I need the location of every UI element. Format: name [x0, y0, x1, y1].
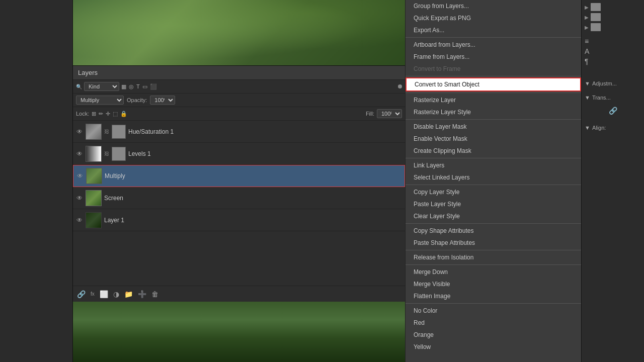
filter-toggle-dot[interactable]: [398, 84, 402, 88]
layer-name-screen: Screen: [104, 195, 123, 202]
layer-row-hue-saturation[interactable]: 👁 ⛓ Hue/Saturation 1: [73, 121, 405, 143]
chain-icon: 🔗: [585, 103, 641, 119]
transform-chevron[interactable]: ▼: [585, 95, 590, 101]
menu-separator-after-release-from-isolation: [406, 264, 581, 265]
layer-eye-hue-saturation[interactable]: 👁: [76, 128, 83, 135]
menu-separator-after-export-as: [406, 37, 581, 38]
layer-eye-layer1[interactable]: 👁: [76, 217, 83, 224]
layer-name-hue-saturation: Hue/Saturation 1: [128, 128, 174, 135]
transform-label: Trans...: [592, 95, 611, 101]
menu-item-paste-shape-attributes[interactable]: Paste Shape Attributes: [406, 237, 581, 249]
filter-pixel-icon[interactable]: ▦: [121, 83, 126, 90]
menu-item-rasterize-layer-style[interactable]: Rasterize Layer Style: [406, 106, 581, 118]
layer-row-layer1[interactable]: 👁 Layer 1: [73, 209, 405, 231]
layer-chain-levels: ⛓: [104, 151, 109, 156]
menu-item-group-from-layers[interactable]: Group from Layers...: [406, 0, 581, 12]
menu-separator-after-clear-layer-style: [406, 223, 581, 224]
align-header: ▼ Align:: [585, 123, 641, 133]
layers-title-text: Layers: [78, 69, 98, 76]
menu-separator-after-select-linked-layers: [406, 185, 581, 185]
menu-item-disable-layer-mask[interactable]: Disable Layer Mask: [406, 121, 581, 133]
blend-mode-bar: Multiply Opacity: 100%: [73, 94, 405, 107]
menu-item-copy-layer-style[interactable]: Copy Layer Style: [406, 186, 581, 198]
layers-add-icon[interactable]: ➕: [138, 290, 146, 298]
right-expand-icon-1[interactable]: ▶: [585, 5, 589, 10]
right-folder-icon-2: [591, 13, 601, 21]
menu-item-clear-layer-style[interactable]: Clear Layer Style: [406, 210, 581, 222]
menu-item-orange[interactable]: Orange: [406, 329, 581, 341]
filter-kind-select[interactable]: Kind: [84, 82, 119, 91]
lock-move-icon[interactable]: ✛: [106, 111, 110, 117]
menu-item-convert-to-smart-object[interactable]: Convert to Smart Object: [406, 77, 581, 92]
layers-adjustment-icon[interactable]: ◑: [113, 290, 119, 298]
layers-bottom-bar: 🔗 fx ⬜ ◑ 📁 ➕ 🗑: [73, 286, 405, 302]
layer-name-layer1: Layer 1: [104, 217, 124, 224]
layer-chain-hue-saturation: ⛓: [104, 129, 109, 134]
menu-item-select-linked-layers[interactable]: Select Linked Layers: [406, 171, 581, 184]
menu-separator-after-rasterize-layer-style: [406, 119, 581, 120]
lock-artboard-icon[interactable]: ⬚: [113, 111, 118, 117]
filter-adjustment-icon[interactable]: ◎: [129, 83, 134, 90]
layer-mask-levels: [112, 147, 126, 161]
layer-row-multiply[interactable]: 👁 Multiply: [73, 165, 405, 187]
layers-delete-icon[interactable]: 🗑: [151, 290, 158, 298]
menu-item-no-color[interactable]: No Color: [406, 305, 581, 317]
right-tool-icon-1[interactable]: ≡: [585, 37, 641, 45]
transform-header: ▼ Trans...: [585, 93, 641, 103]
menu-item-copy-shape-attributes[interactable]: Copy Shape Attributes: [406, 225, 581, 237]
blend-mode-select[interactable]: Multiply: [76, 96, 124, 105]
menu-separator-after-convert-to-smart-object: [406, 93, 581, 93]
menu-item-export-as[interactable]: Export As...: [406, 24, 581, 36]
layer-eye-multiply[interactable]: 👁: [76, 172, 84, 179]
right-top-icons: ▶ ▶ ▶: [582, 0, 644, 34]
menu-item-rasterize-layer[interactable]: Rasterize Layer: [406, 94, 581, 106]
right-expand-icon-3[interactable]: ▶: [585, 25, 589, 30]
layers-fx-icon[interactable]: fx: [91, 291, 95, 297]
layer-thumb-layer1: [86, 212, 102, 228]
lock-all-icon[interactable]: 🔒: [120, 111, 127, 117]
opacity-label: Opacity:: [127, 97, 147, 103]
adjustments-chevron[interactable]: ▼: [585, 80, 590, 86]
layers-mask-icon[interactable]: ⬜: [100, 290, 108, 298]
layer-row-levels[interactable]: 👁 ⛓ Levels 1: [73, 143, 405, 165]
layer-row-screen[interactable]: 👁 Screen: [73, 187, 405, 209]
left-toolbar: [0, 0, 73, 362]
layer-eye-screen[interactable]: 👁: [76, 195, 83, 202]
menu-item-merge-down[interactable]: Merge Down: [406, 266, 581, 278]
opacity-select[interactable]: 100%: [150, 96, 175, 105]
filter-type-icon[interactable]: T: [136, 83, 140, 90]
menu-item-merge-visible[interactable]: Merge Visible: [406, 278, 581, 290]
menu-separator-after-paste-shape-attributes: [406, 250, 581, 250]
menu-item-frame-from-layers[interactable]: Frame from Layers...: [406, 51, 581, 63]
menu-item-release-from-isolation[interactable]: Release from Isolation: [406, 251, 581, 263]
layer-eye-levels[interactable]: 👁: [76, 150, 83, 157]
filter-shape-icon[interactable]: ▭: [142, 83, 147, 90]
right-tool-icon-3[interactable]: ¶: [585, 57, 641, 65]
menu-item-red[interactable]: Red: [406, 317, 581, 329]
layers-folder-icon[interactable]: 📁: [124, 290, 133, 298]
menu-item-convert-to-frame: Convert to Frame: [406, 63, 581, 75]
layers-panel-title: Layers: [73, 66, 405, 80]
right-expand-icon-2[interactable]: ▶: [585, 15, 589, 20]
menu-item-artboard-from-layers[interactable]: Artboard from Layers...: [406, 39, 581, 51]
menu-item-yellow[interactable]: Yellow: [406, 341, 581, 353]
fill-select[interactable]: 100%: [377, 109, 402, 118]
layer-thumb-hue-saturation: [86, 124, 102, 140]
lock-paint-icon[interactable]: ✏: [99, 111, 103, 117]
right-icon-row-2: ▶: [585, 13, 641, 21]
lock-position-icon[interactable]: ⊞: [92, 111, 96, 117]
menu-separator-after-create-clipping-mask: [406, 158, 581, 158]
menu-item-paste-layer-style[interactable]: Paste Layer Style: [406, 198, 581, 210]
menu-item-link-layers[interactable]: Link Layers: [406, 159, 581, 171]
menu-separator-after-convert-to-frame: [406, 76, 581, 76]
menu-item-create-clipping-mask[interactable]: Create Clipping Mask: [406, 145, 581, 157]
right-tool-icon-2[interactable]: A: [585, 47, 641, 55]
menu-item-flatten-image[interactable]: Flatten Image: [406, 290, 581, 302]
filter-smartobject-icon[interactable]: ⬛: [150, 83, 157, 90]
adjustments-label: Adjustm...: [592, 80, 617, 86]
layers-link-icon[interactable]: 🔗: [77, 290, 86, 298]
align-chevron[interactable]: ▼: [585, 125, 590, 131]
menu-item-quick-export-png[interactable]: Quick Export as PNG: [406, 12, 581, 24]
menu-item-enable-vector-mask[interactable]: Enable Vector Mask: [406, 133, 581, 145]
layer-thumb-multiply: [86, 168, 102, 184]
